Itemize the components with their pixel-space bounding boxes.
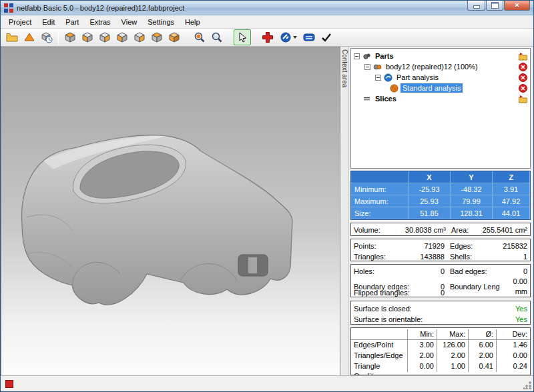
quality-row-label: Triangle Quality [351,361,407,372]
toolbar-separator [58,31,59,44]
cell-value: 47.92 [493,195,530,207]
cell-value: -48.32 [451,183,493,195]
expander-icon[interactable] [375,75,381,81]
right-panel: Parts body12 (repaired)12 (100%) Part an… [349,47,533,375]
menu-part[interactable]: Part [60,16,84,28]
context-area-label: Context area [341,49,348,87]
delete-part-icon[interactable] [519,63,527,71]
menu-edit[interactable]: Edit [37,16,60,28]
apply-repair-icon[interactable] [318,29,335,45]
bounding-box-table: X Y Z Minimum: -25.93 -48.32 3.91 Maximu… [350,171,531,220]
tree-label[interactable]: Slices [373,94,398,103]
cell-value: 79.99 [451,195,493,207]
folder-icon[interactable] [519,52,527,61]
repair-scripts-icon[interactable] [300,29,318,45]
menubar: Project Edit Part Extras View Settings H… [1,15,533,29]
repair-dropdown-icon[interactable] [293,36,297,39]
zoom-to-part-icon[interactable] [191,29,208,45]
tree-label[interactable]: body12 (repaired)12 (100%) [384,62,480,71]
menu-settings[interactable]: Settings [142,16,180,28]
toolbar [1,29,533,47]
main-content: Context area Parts body12 (repaired)12 (… [1,47,533,375]
titlebar[interactable]: netfabb Basic 5.0 - body12 (repaired)12.… [1,1,533,15]
quality-cell: 0.00 [407,361,437,372]
menu-extras[interactable]: Extras [84,16,115,28]
tree-row-slices[interactable]: Slices [351,93,530,104]
bad-edges-label: Bad edges: [445,267,506,277]
surface-orientable-label: Surface is orientable: [354,315,501,325]
quality-cell: 0.24 [496,361,530,372]
expander-icon[interactable] [354,53,360,59]
part-history-icon[interactable] [38,29,55,45]
close-button[interactable] [504,1,530,11]
folder-icon[interactable] [519,95,527,103]
edges-label: Edges: [445,241,474,251]
add-part-icon[interactable] [21,29,38,45]
surface-box: Surface is closed: Yes Surface is orient… [350,301,531,325]
cell-value: 51.85 [409,207,451,219]
area-value: 255.5401 cm² [473,225,527,235]
tree-row-part-analysis[interactable]: Part analysis [351,72,530,83]
expander-icon[interactable] [364,64,370,70]
points-value: 71929 [391,241,445,251]
tree-row-body12[interactable]: body12 (repaired)12 (100%) [351,61,530,72]
app-icon [4,3,13,13]
parts-tree: Parts body12 (repaired)12 (100%) Part an… [350,48,531,169]
tree-row-standard-analysis[interactable]: Standard analysis [351,83,530,93]
mesh-counts-box: Points: 71929 Edges: 215832 Triangles: 1… [350,239,531,261]
cell-value: 3.91 [493,183,530,195]
viewport-3d[interactable] [1,47,340,377]
app-window: netfabb Basic 5.0 - body12 (repaired)12.… [0,0,534,392]
automatic-repair-icon[interactable] [276,29,300,45]
standard-analysis-icon [390,84,398,93]
quality-row-label: Edges/Point [351,340,407,351]
surface-orientable-value: Yes [501,315,527,325]
view-cube-3-icon[interactable] [96,29,113,45]
tree-label[interactable]: Standard analysis [400,83,463,93]
quality-cell: 0.41 [468,361,496,372]
menu-help[interactable]: Help [180,16,206,28]
analysis-icon [384,73,392,82]
tree-label[interactable]: Parts [373,51,396,61]
view-cube-5-icon[interactable] [131,29,148,45]
volume-area-box: Volume: 30.8038 cm³ Area: 255.5401 cm² [350,223,531,236]
parts-group-icon [362,52,371,61]
delete-standard-analysis-icon[interactable] [519,84,527,93]
quality-cell: 1.00 [437,361,468,372]
statusbar [1,375,533,391]
menu-project[interactable]: Project [3,16,37,28]
quality-table: Min: Max: Ø: Dev: Edges/Point 3.00 126.0… [350,327,531,375]
cell-value: 44.01 [493,207,530,219]
maximize-button[interactable] [486,1,503,11]
tree-row-parts[interactable]: Parts [351,51,530,61]
delete-analysis-icon[interactable] [519,73,527,82]
volume-value: 30.8038 cm³ [386,225,446,235]
zoom-window-icon[interactable] [208,29,226,45]
points-label: Points: [354,241,391,251]
view-cube-7-icon[interactable] [166,29,183,45]
open-project-icon[interactable] [3,29,21,45]
view-cube-4-icon[interactable] [113,29,131,45]
view-cube-2-icon[interactable] [79,29,96,45]
row-label: Minimum: [351,183,409,195]
resize-grip-icon[interactable] [523,381,531,389]
log-status-icon[interactable] [5,380,13,388]
view-cube-1-icon[interactable] [61,29,79,45]
quality-cell: 3.00 [407,340,437,351]
corner-cell [351,171,409,183]
quality-cell: 2.00 [437,351,468,361]
part-icon [373,63,382,71]
select-tool-icon[interactable] [234,29,251,45]
minimize-button[interactable] [467,1,485,11]
row-label: Maximum: [351,195,409,207]
column-header-x: X [409,171,451,183]
view-cube-6-icon[interactable] [148,29,166,45]
quality-header-dev: Dev: [496,329,530,340]
shells-label: Shells: [445,252,474,262]
bad-edges-value: 0 [506,267,527,277]
add-repair-icon[interactable] [259,29,276,45]
part-model[interactable] [13,111,320,324]
context-area-tab[interactable]: Context area [340,47,349,375]
tree-label[interactable]: Part analysis [394,73,441,82]
menu-view[interactable]: View [116,16,143,28]
